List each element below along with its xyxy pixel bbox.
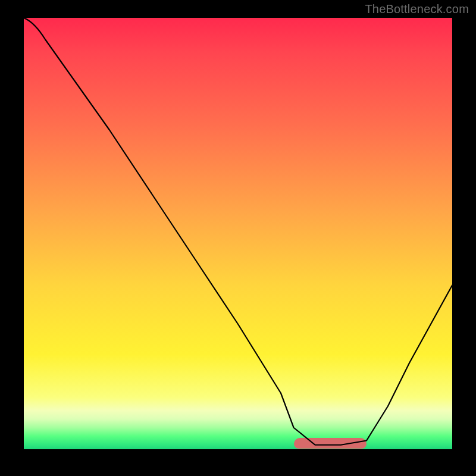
bottleneck-curve bbox=[24, 18, 452, 449]
chart-plot-area bbox=[24, 18, 452, 449]
watermark-text: TheBottleneck.com bbox=[365, 2, 469, 16]
curve-path bbox=[24, 18, 452, 445]
